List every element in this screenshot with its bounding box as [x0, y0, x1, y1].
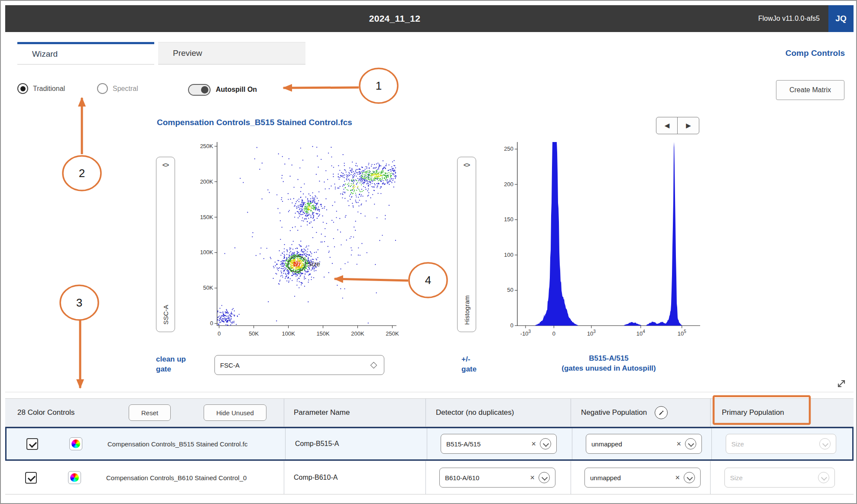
sample-navigation: ◀ ▶: [656, 117, 699, 134]
tab-preview[interactable]: Preview: [158, 42, 305, 65]
svg-text:150K: 150K: [316, 330, 330, 337]
sample-title: Compensation Controls_B515 Stained Contr…: [157, 118, 352, 127]
svg-text:250K: 250K: [386, 330, 399, 337]
svg-text:150K: 150K: [200, 214, 214, 220]
svg-text:0: 0: [217, 330, 221, 337]
pm-gate-label: +/- gate: [461, 354, 477, 374]
negative-population-select[interactable]: unmapped ×: [586, 434, 702, 454]
svg-text:0: 0: [210, 320, 213, 326]
radio-traditional-label: Traditional: [33, 85, 65, 93]
radio-spectral-label: Spectral: [113, 85, 138, 93]
user-badge[interactable]: JQ: [828, 5, 854, 32]
svg-text:0: 0: [510, 322, 513, 329]
negative-population-select[interactable]: unmapped ×: [584, 468, 701, 488]
color-wheel: [71, 439, 80, 448]
callout-1-number: 1: [376, 79, 382, 92]
clear-icon[interactable]: ×: [531, 440, 536, 448]
svg-text:250: 250: [504, 145, 513, 152]
app-version: FlowJo v11.0.0-afs5: [758, 15, 820, 23]
svg-text:250K: 250K: [200, 143, 214, 149]
radio-spectral[interactable]: Spectral: [97, 83, 138, 94]
svg-text:50K: 50K: [203, 284, 213, 291]
pipette-icon[interactable]: [655, 406, 668, 419]
expand-table-icon[interactable]: [836, 378, 847, 389]
create-matrix-button[interactable]: Create Matrix: [776, 80, 844, 100]
primary-population-value: Size: [730, 474, 814, 481]
negative-population-value: unmapped: [590, 474, 671, 481]
chevron-down-icon: [818, 472, 829, 483]
cleanup-gate-value: FSC-A: [220, 362, 367, 369]
svg-text:150: 150: [504, 216, 513, 223]
primary-population-select[interactable]: Size: [726, 434, 836, 454]
callout-4-number: 4: [425, 274, 431, 287]
parameter-name-cell: Comp-B515-A: [285, 428, 427, 459]
annotation-arrow-1: [283, 87, 359, 88]
svg-text:50K: 50K: [249, 330, 259, 337]
callout-2-number: 2: [79, 167, 85, 180]
chevron-down-icon[interactable]: [539, 472, 550, 483]
svg-text:100K: 100K: [200, 249, 214, 255]
color-wheel: [70, 473, 79, 482]
histogram-axis-button[interactable]: <> Histogram: [457, 157, 476, 332]
table-row[interactable]: Compensation Controls_B515 Stained Contr…: [5, 427, 854, 461]
histogram-axis-label: Histogram: [463, 295, 471, 325]
left-arrow-icon: ◀: [665, 122, 670, 129]
svg-text:103: 103: [587, 329, 596, 337]
svg-text:104: 104: [636, 329, 645, 337]
chevron-down-icon: [819, 438, 831, 449]
color-wheel-icon[interactable]: [68, 471, 81, 484]
hide-unused-button[interactable]: Hide Unused: [204, 404, 266, 421]
color-wheel-icon[interactable]: [69, 437, 82, 450]
cleanup-gate-label: clean up gate: [156, 354, 186, 374]
reset-button[interactable]: Reset: [129, 404, 171, 421]
comp-controls-link[interactable]: Comp Controls: [763, 42, 845, 65]
clear-icon[interactable]: ×: [530, 474, 535, 481]
negative-population-value: unmapped: [591, 440, 672, 448]
histogram-plot[interactable]: 050100150200250-1030103104105: [493, 139, 706, 342]
parameter-name-cell: Comp-B610-A: [284, 461, 425, 494]
detector-value: B610-A/610: [445, 474, 526, 481]
detector-select[interactable]: B610-A/610 ×: [439, 468, 555, 488]
swap-axis-icon: <>: [162, 162, 169, 168]
section-divider: [5, 392, 854, 392]
next-sample-button[interactable]: ▶: [677, 117, 699, 134]
scatter-y-axis-label: SSC-A: [162, 305, 169, 325]
svg-text:-103: -103: [520, 329, 531, 337]
color-controls-label: 28 Color Controls: [17, 408, 110, 417]
row-checkbox[interactable]: [26, 438, 38, 450]
svg-text:200K: 200K: [200, 178, 214, 185]
col-negative-population: Negative Population: [581, 408, 647, 417]
toggle-knob-icon: [201, 86, 208, 94]
tab-wizard[interactable]: Wizard: [17, 42, 154, 65]
svg-text:100: 100: [504, 252, 513, 258]
row-checkbox[interactable]: [25, 472, 37, 484]
clear-icon[interactable]: ×: [675, 474, 680, 481]
svg-text:100K: 100K: [282, 330, 295, 337]
autospill-toggle[interactable]: [188, 84, 211, 96]
svg-text:105: 105: [678, 329, 686, 337]
right-arrow-icon: ▶: [686, 122, 691, 129]
callout-1: [360, 68, 398, 103]
primary-population-select[interactable]: Size: [724, 468, 835, 488]
unfold-icon: [370, 362, 377, 368]
svg-text:200K: 200K: [351, 330, 364, 337]
detector-select[interactable]: B515-A/515 ×: [441, 434, 557, 454]
histogram-data: [517, 142, 700, 326]
chevron-down-icon[interactable]: [685, 438, 696, 449]
svg-text:0: 0: [552, 330, 555, 337]
scatter-y-axis-button[interactable]: <> SSC-A: [156, 157, 175, 332]
radio-selected-dot: [20, 86, 26, 91]
detector-value: B515-A/515: [446, 440, 527, 448]
flowjo-window: 2024_11_12 FlowJo v11.0.0-afs5 JQ Wizard…: [0, 0, 857, 504]
table-row[interactable]: Compensation Controls_B610 Stained Contr…: [5, 461, 854, 494]
prev-sample-button[interactable]: ◀: [656, 117, 678, 134]
scatter-plot[interactable]: 0050K50K100K100K150K150K200K200K250K250K…: [193, 139, 401, 342]
radio-traditional[interactable]: Traditional: [17, 83, 65, 94]
chevron-down-icon[interactable]: [540, 438, 551, 449]
chevron-down-icon[interactable]: [684, 472, 695, 483]
pm-gate-label-line1: +/-: [461, 354, 477, 364]
clear-icon[interactable]: ×: [676, 440, 681, 448]
control-file-name: Compensation Controls_B515 Stained Contr…: [107, 440, 285, 448]
cleanup-gate-select[interactable]: FSC-A: [214, 355, 384, 375]
cleanup-gate-label-line2: gate: [156, 364, 186, 374]
